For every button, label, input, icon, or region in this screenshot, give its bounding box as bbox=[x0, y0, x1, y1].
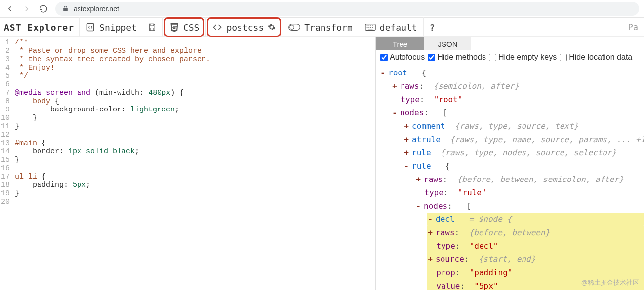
toggle-icon bbox=[288, 23, 300, 31]
tab-json[interactable]: JSON bbox=[424, 37, 471, 50]
keyboard-menu[interactable]: default bbox=[360, 17, 422, 37]
expand-icon[interactable]: + bbox=[403, 133, 410, 146]
forward-button[interactable] bbox=[22, 4, 32, 14]
snippet-menu[interactable]: Snippet bbox=[80, 17, 142, 37]
gear-icon[interactable] bbox=[268, 23, 276, 31]
back-button[interactable] bbox=[5, 4, 15, 14]
collapse-icon[interactable]: - bbox=[415, 199, 422, 213]
line-numbers: 1234567891011121314151617181920 bbox=[0, 38, 12, 206]
language-menu[interactable]: CSS bbox=[164, 17, 205, 37]
language-label: CSS bbox=[183, 22, 200, 33]
app-title: AST Explorer bbox=[3, 22, 78, 33]
css-icon bbox=[169, 22, 179, 32]
help-icon: ? bbox=[430, 22, 435, 33]
filter-hide-methods[interactable]: Hide methods bbox=[428, 53, 486, 62]
expand-icon[interactable]: + bbox=[403, 119, 410, 133]
collapse-icon[interactable]: - bbox=[427, 213, 434, 226]
parser-menu[interactable]: postcss bbox=[207, 17, 281, 37]
collapse-icon[interactable]: - bbox=[379, 66, 386, 79]
reload-button[interactable] bbox=[39, 4, 48, 14]
snippet-icon bbox=[85, 22, 95, 32]
save-button[interactable] bbox=[143, 17, 161, 37]
save-icon bbox=[148, 23, 157, 32]
filter-hide-location[interactable]: Hide location data bbox=[560, 53, 632, 62]
address-bar[interactable]: astexplorer.net bbox=[55, 2, 639, 16]
collapse-icon[interactable]: - bbox=[391, 106, 398, 119]
parser-label: postcss bbox=[226, 22, 264, 33]
keyboard-label: default bbox=[380, 22, 417, 33]
svg-rect-3 bbox=[365, 24, 375, 31]
svg-point-2 bbox=[290, 25, 294, 29]
filter-hide-empty[interactable]: Hide empty keys bbox=[489, 53, 557, 62]
code-icon bbox=[212, 22, 222, 32]
help-button[interactable]: ? bbox=[425, 17, 440, 37]
ast-tree[interactable]: -root { +raws: {semicolon, after} type: … bbox=[376, 64, 644, 290]
main-split: 1234567891011121314151617181920 /** * Pa… bbox=[0, 37, 644, 290]
browser-bar: astexplorer.net bbox=[0, 0, 644, 18]
expand-icon[interactable]: + bbox=[391, 79, 398, 93]
toolbar-overflow: Pa bbox=[628, 22, 641, 32]
filter-bar: Autofocus Hide methods Hide empty keys H… bbox=[376, 50, 644, 64]
transform-menu[interactable]: Transform bbox=[283, 17, 358, 37]
collapse-icon[interactable]: - bbox=[403, 159, 410, 173]
code-panel[interactable]: 1234567891011121314151617181920 /** * Pa… bbox=[0, 37, 375, 290]
code-content[interactable]: /** * Paste or drop some CSS here and ex… bbox=[12, 38, 375, 206]
filter-autofocus[interactable]: Autofocus bbox=[380, 53, 425, 62]
svg-rect-0 bbox=[87, 24, 93, 31]
expand-icon[interactable]: + bbox=[427, 226, 434, 239]
expand-icon[interactable]: + bbox=[415, 173, 422, 186]
keyboard-icon bbox=[365, 23, 376, 31]
snippet-label: Snippet bbox=[99, 22, 137, 33]
app-toolbar: AST Explorer Snippet CSS postcss Transfo… bbox=[0, 18, 644, 37]
expand-icon[interactable]: + bbox=[403, 146, 410, 159]
watermark: @稀土掘金技术社区 bbox=[581, 278, 639, 287]
transform-label: Transform bbox=[304, 22, 353, 33]
url-text: astexplorer.net bbox=[74, 5, 119, 13]
tab-tree[interactable]: Tree bbox=[376, 37, 424, 50]
expand-icon[interactable]: + bbox=[427, 253, 434, 266]
svg-rect-1 bbox=[289, 24, 300, 31]
ast-panel: Tree JSON Autofocus Hide methods Hide em… bbox=[375, 37, 644, 290]
output-tabs: Tree JSON bbox=[376, 37, 644, 50]
lock-icon bbox=[62, 5, 69, 12]
code-editor[interactable]: 1234567891011121314151617181920 /** * Pa… bbox=[0, 37, 375, 206]
